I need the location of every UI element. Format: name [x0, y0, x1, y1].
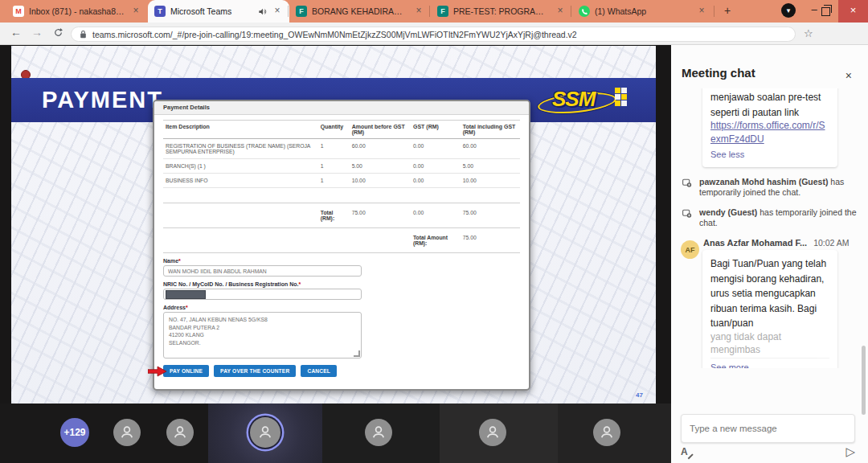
required-asterisk: * [186, 305, 188, 310]
chat-input-box[interactable] [681, 414, 855, 443]
payment-modal-title: Payment Details [154, 101, 529, 115]
message-timestamp: 10:02 AM [813, 238, 849, 248]
table-cell: 1 [318, 139, 350, 159]
tab-title: PRE-TEST: PROGRAM BIMBIN [453, 6, 550, 16]
see-less-link[interactable]: See less [710, 150, 744, 159]
address-label: Address* [163, 305, 520, 310]
table-total-row: Total (RM): 75.00 0.00 75.00 [163, 203, 520, 228]
tab-close-icon[interactable]: × [272, 6, 283, 17]
window-close-button[interactable]: × [838, 0, 868, 23]
browser-tab-borang-kehadiran[interactable]: F BORANG KEHADIRAN: PROGR × [289, 0, 431, 23]
forms-icon: F [437, 6, 448, 17]
col-gst: GST (RM) [411, 121, 461, 139]
gmail-icon: M [13, 6, 24, 17]
see-more-link[interactable]: See more [710, 363, 749, 369]
tab-close-icon[interactable]: × [413, 6, 424, 17]
new-tab-button[interactable]: + [720, 4, 735, 18]
table-cell: 10.00 [461, 174, 520, 188]
table-spacer-row [163, 188, 520, 203]
participant-avatar-icon[interactable] [479, 419, 506, 446]
participant-avatar-icon[interactable] [593, 419, 620, 446]
grand-total-label: Total Amount (RM): [411, 228, 461, 253]
participant-avatar-icon[interactable] [365, 419, 392, 446]
resize-grip-icon [354, 350, 360, 357]
tab-separator [288, 6, 289, 17]
window-restore-button[interactable] [821, 7, 830, 16]
browser-window: M Inbox (871) - nakasha86@gma × T Micros… [0, 0, 868, 463]
table-row: REGISTRATION OF BUSINESS (TRADE NAME) (S… [163, 139, 520, 159]
chat-message-bubble: Bagi Tuan/Puan yang telah mengisi borang… [702, 250, 837, 368]
browser-tab-pre-test[interactable]: F PRE-TEST: PROGRAM BIMBIN × [431, 0, 572, 23]
send-icon[interactable]: ▷ [845, 445, 855, 459]
ssm-logo-text: SSM [552, 87, 595, 112]
ssm-logo: SSM [538, 86, 634, 115]
chat-message: AF Anas Azfar Mohamad F... 10:02 AM Bagi… [702, 238, 858, 368]
chat-close-icon[interactable]: × [845, 69, 852, 82]
col-amount-before-gst: Amount before GST (RM) [350, 121, 411, 139]
table-header-row: Item Description Quantity Amount before … [163, 121, 520, 139]
reload-icon[interactable] [50, 27, 66, 40]
tab-audio-icon[interactable] [258, 7, 267, 16]
table-cell: 1 [318, 174, 350, 188]
tab-separator [571, 6, 571, 17]
lock-icon [80, 30, 87, 39]
slide-title: PAYMENT [42, 87, 163, 113]
participant-avatar-icon[interactable] [166, 419, 194, 446]
chat-panel-title: Meeting chat [682, 66, 755, 80]
chat-message-list: menjawab soalan pre-test seperti di paut… [671, 88, 868, 368]
message-link[interactable]: https://forms.office.com/r/SexmFz4dDU [710, 119, 829, 145]
whatsapp-icon [579, 6, 590, 17]
browser-toolbar: ← → teams.microsoft.com/_#/pre-join-call… [0, 23, 868, 45]
message-text-faded: yang tidak dapat mengimbas [710, 330, 829, 359]
total-gst: 0.00 [411, 203, 461, 228]
table-cell: BUSINESS INFO [163, 174, 318, 188]
tab-separator [429, 6, 430, 17]
participant-name: pawzanah Mohd hashim (Guest) [699, 177, 828, 186]
total-amount-before-gst: 75.00 [350, 203, 411, 228]
ssm-logo-grid [615, 88, 628, 107]
total-label: Total (RM): [318, 203, 350, 228]
message-text: menjawab soalan pre-test seperti di paut… [710, 92, 821, 118]
chat-message-bubble: menjawab soalan pre-test seperti di paut… [702, 88, 837, 167]
col-item-description: Item Description [163, 121, 318, 139]
screen-share-video[interactable]: PAYMENT SSM Payment Details [11, 46, 656, 404]
col-quantity: Quantity [318, 121, 350, 139]
browser-tab-teams[interactable]: T Microsoft Teams × [148, 0, 289, 23]
browser-tab-gmail[interactable]: M Inbox (871) - nakasha86@gma × [6, 0, 148, 23]
table-cell: REGISTRATION OF BUSINESS (TRADE NAME) (S… [163, 139, 318, 159]
table-cell: BRANCH(S) (1 ) [163, 159, 318, 174]
total-including-gst: 75.00 [461, 203, 520, 228]
url-text: teams.microsoft.com/_#/pre-join-calling/… [92, 30, 787, 39]
address-bar[interactable]: teams.microsoft.com/_#/pre-join-calling/… [71, 27, 796, 42]
chat-scrollbar[interactable] [862, 346, 866, 415]
browser-tab-bar: M Inbox (871) - nakasha86@gma × T Micros… [0, 0, 868, 23]
browser-tab-whatsapp[interactable]: (1) WhatsApp × [572, 0, 714, 23]
tab-close-icon[interactable]: × [555, 6, 566, 17]
grand-total-value: 75.00 [461, 228, 520, 253]
bookmark-star-icon[interactable]: ☆ [804, 27, 813, 39]
forms-icon: F [296, 6, 307, 17]
name-field [163, 265, 362, 277]
active-speaker-avatar-icon[interactable] [250, 417, 280, 448]
chrome-profile-chevron-icon[interactable]: ▾ [781, 3, 796, 18]
chat-message-input[interactable] [682, 415, 854, 442]
format-icon[interactable]: A [681, 446, 693, 457]
tab-title: BORANG KEHADIRAN: PROGR [312, 6, 408, 16]
table-row: BRANCH(S) (1 ) 1 5.00 0.00 5.00 [163, 159, 520, 174]
address-field: NO. 47, JALAN KEBUN NENAS 5G/KS8 BANDAR … [163, 312, 362, 359]
table-cell: 0.00 [411, 139, 461, 159]
back-icon[interactable]: ← [8, 26, 24, 39]
forward-icon[interactable]: → [29, 26, 45, 39]
tab-close-icon[interactable]: × [130, 6, 141, 17]
system-message: pawzanah Mohd hashim (Guest) has tempora… [682, 177, 858, 198]
overflow-participants-badge[interactable]: +129 [60, 418, 89, 447]
participant-strip: +129 [0, 404, 671, 463]
message-text: Bagi Tuan/Puan yang telah mengisi borang… [710, 258, 826, 329]
name-label: Name* [163, 258, 520, 264]
participant-avatar-icon[interactable] [113, 419, 141, 446]
tab-title: Microsoft Teams [170, 6, 253, 16]
tab-close-icon[interactable]: × [696, 6, 707, 17]
slide-page-number: 47 [636, 391, 643, 399]
sender-avatar[interactable]: AF [681, 240, 699, 259]
meeting-chat-panel: Meeting chat × menjawab soalan pre-test … [671, 45, 868, 463]
